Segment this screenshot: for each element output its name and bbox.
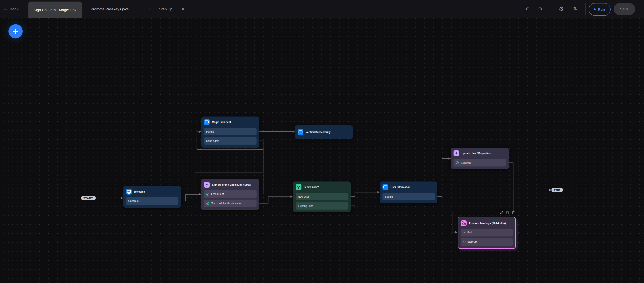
run-label: Run [598,7,605,11]
node-row-email-sent[interactable]: Email Sent [204,190,256,198]
node-title: Welcome [134,190,145,193]
node-title: Promote Passkeys (WebAuthn) [469,221,506,225]
check-circle-icon [206,193,209,196]
plus-icon: + [13,27,18,36]
edit-pencil-icon[interactable] [500,211,504,214]
check-circle-icon [206,202,209,205]
node-row-polling[interactable]: Polling [204,128,256,135]
header-divider [552,3,552,15]
chevron-down-icon [463,232,466,234]
node-row-new-user[interactable]: New user [296,193,348,200]
save-label: Save [620,7,628,11]
back-arrow-icon: ← [4,7,8,11]
edge-end-endpill [512,190,550,232]
back-label: Back [10,7,18,11]
node-magic-link-sent[interactable]: Magic Link Sent Polling Send again [201,116,259,147]
app-root: START END Welcome Continue [0,0,644,283]
duplicate-copy-icon[interactable] [506,211,509,214]
condition-split-icon [296,184,301,190]
node-title: User Information [390,185,410,189]
save-button[interactable]: Save [614,3,635,15]
tab-promote-passkeys[interactable]: Promote Passkeys (We... [91,0,132,18]
selected-node-toolbar [500,211,515,214]
check-circle-icon [456,161,459,164]
chevron-down-icon [463,241,466,243]
node-row-continue[interactable]: Continue [126,197,178,205]
start-label: START [83,197,93,199]
screen-icon [126,189,132,194]
start-pill[interactable]: START [81,196,96,200]
settings-gear-icon[interactable]: ⚙ [559,0,564,18]
header-divider [585,3,586,15]
screen-icon [204,119,210,125]
node-title: Verified Successfully [306,130,330,134]
node-update-user-properties[interactable]: Update User / Properties Success [451,147,509,169]
node-sign-up-or-in[interactable]: Sign Up or In / Magic Link / Email Email… [201,179,259,210]
screen-icon [382,184,388,190]
action-bolt-icon [204,182,210,187]
node-verified-successfully[interactable]: Verified Successfully [295,125,353,139]
back-button[interactable]: ← Back [4,0,18,18]
play-icon: ▶ [594,8,596,11]
node-row-existing-user[interactable]: Existing user [296,202,348,209]
tab-label: Sign Up Or In - Magic Link [34,8,76,12]
action-bolt-icon [454,150,459,156]
top-bar: ← Back Sign Up Or In - Magic Link Promot… [0,0,644,18]
node-row-successful-authentication[interactable]: Successful authentication [204,200,256,207]
node-row-submit[interactable]: Submit [382,193,435,200]
end-pill[interactable]: END [552,188,563,192]
node-row-step-up[interactable]: Step Up [461,238,513,245]
subflow-icon [461,220,466,226]
tab-step-up[interactable]: Step Up [159,0,172,18]
edges-layer [0,0,644,283]
edge-newuser-userinfo [348,192,379,196]
edge-continue-signup [178,194,200,201]
tab-label: Step Up [159,7,172,11]
undo-icon[interactable]: ↶ [525,0,530,18]
edge-auth-isnewuser [256,197,292,203]
node-welcome[interactable]: Welcome Continue [123,186,181,208]
node-row-send-again[interactable]: Send again [204,137,256,145]
node-user-information[interactable]: User Information Submit [380,181,438,203]
screen-icon [298,129,304,135]
delete-trash-icon[interactable] [512,211,515,214]
node-row-end[interactable]: End [461,229,513,236]
flow-canvas[interactable]: START END Welcome Continue [0,0,644,283]
tab-promote-close-icon[interactable]: × [148,0,151,18]
tab-label: Promote Passkeys (We... [91,7,132,11]
node-title: Update User / Properties [462,151,490,155]
end-label: END [554,189,560,191]
node-is-new-user[interactable]: Is new user? New user Existing user [293,181,350,212]
node-row-success[interactable]: Success [454,159,506,166]
node-promote-passkeys[interactable]: Promote Passkeys (WebAuthn) End Step Up [458,217,516,249]
add-node-button[interactable]: + [8,24,23,39]
node-title: Magic Link Sent [212,120,231,124]
tab-sign-up-or-in-magic-link[interactable]: Sign Up Or In - Magic Link [28,2,82,18]
tab-step-up-close-icon[interactable]: × [182,0,184,18]
redo-icon[interactable]: ↷ [538,0,542,18]
import-export-icon[interactable]: ⇅ [573,0,577,18]
node-title: Sign Up or In / Magic Link / Email [212,183,251,186]
run-button[interactable]: ▶ Run [588,3,610,16]
node-title: Is new user? [304,185,318,189]
